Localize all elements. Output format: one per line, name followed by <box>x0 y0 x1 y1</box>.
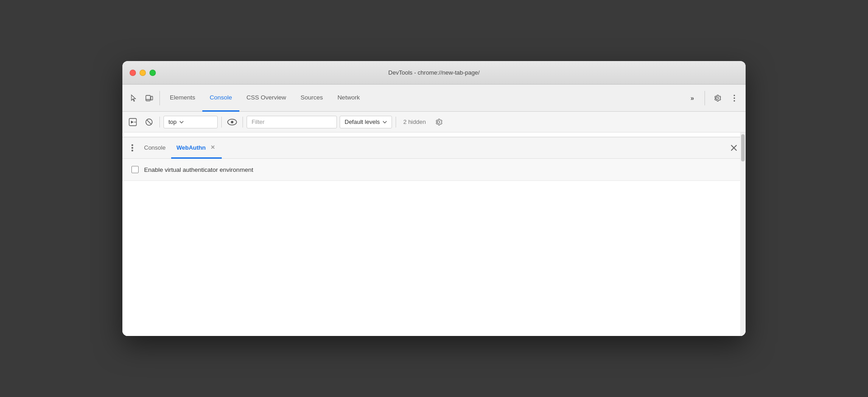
scrollbar-thumb[interactable] <box>741 134 745 161</box>
svg-point-4 <box>734 97 735 99</box>
drawer-tab-console[interactable]: Console <box>139 138 171 159</box>
toolbar-divider-4 <box>396 117 396 128</box>
log-levels-dropdown[interactable]: Default levels <box>340 116 392 128</box>
console-prompt-icon <box>129 118 137 126</box>
show-console-prompt-button[interactable] <box>126 115 140 129</box>
scrollbar-track[interactable] <box>740 132 746 336</box>
svg-rect-1 <box>151 96 153 100</box>
enable-authenticator-checkbox[interactable] <box>131 166 139 173</box>
device-icon <box>145 94 153 102</box>
dropdown-arrow-icon <box>179 121 184 123</box>
tab-css-overview[interactable]: CSS Overview <box>239 85 294 112</box>
eye-icon <box>227 118 237 126</box>
devtools-tabs-bar: Elements Console CSS Overview Sources Ne… <box>122 85 746 112</box>
gear-icon <box>713 94 721 102</box>
levels-dropdown-arrow-icon <box>383 121 387 123</box>
kebab-icon <box>733 94 735 102</box>
svg-line-10 <box>147 120 151 124</box>
hidden-count-label: 2 hidden <box>400 118 429 125</box>
more-tabs-button[interactable]: » <box>685 90 700 106</box>
tabs-right-actions: » <box>685 90 742 106</box>
toolbar-divider-3 <box>243 117 243 128</box>
drawer-tab-webauthn[interactable]: WebAuthn ✕ <box>171 138 222 159</box>
svg-point-3 <box>734 95 735 96</box>
tab-console[interactable]: Console <box>202 85 239 112</box>
tab-elements[interactable]: Elements <box>163 85 202 112</box>
devtools-window: DevTools - chrome://new-tab-page/ Elemen… <box>122 61 746 336</box>
block-icon <box>145 118 153 126</box>
settings-button[interactable] <box>709 90 725 106</box>
tab-network[interactable]: Network <box>330 85 367 112</box>
clear-console-button[interactable] <box>142 115 156 129</box>
dot-2 <box>131 147 133 149</box>
maximize-button[interactable] <box>149 70 156 76</box>
svg-point-12 <box>231 121 233 123</box>
drawer-tabs-bar: Console WebAuthn ✕ <box>122 137 746 159</box>
console-settings-button[interactable] <box>432 116 445 128</box>
console-toolbar: top Default levels 2 hidden <box>122 112 746 132</box>
main-tabs-list: Elements Console CSS Overview Sources Ne… <box>163 85 685 111</box>
context-selector[interactable]: top <box>163 116 218 128</box>
svg-point-5 <box>734 100 735 101</box>
enable-authenticator-label: Enable virtual authenticator environment <box>144 166 253 173</box>
console-gear-icon <box>434 118 443 126</box>
svg-rect-0 <box>146 95 150 101</box>
close-drawer-button[interactable] <box>728 142 740 154</box>
minimize-button[interactable] <box>140 70 146 76</box>
tab-divider <box>159 91 160 105</box>
webauthn-main-area <box>122 181 746 336</box>
window-title: DevTools - chrome://new-tab-page/ <box>388 69 480 76</box>
webauthn-enable-row: Enable virtual authenticator environment <box>122 159 746 181</box>
filter-input[interactable] <box>247 116 337 128</box>
toolbar-divider-2 <box>221 117 222 128</box>
select-element-button[interactable] <box>126 90 141 106</box>
close-button[interactable] <box>130 70 136 76</box>
cursor-icon <box>130 94 138 102</box>
content-area: Console WebAuthn ✕ Enable virtual authen… <box>122 132 746 336</box>
toolbar-divider-1 <box>159 117 160 128</box>
more-options-button[interactable] <box>727 90 742 106</box>
drawer-more-button[interactable] <box>126 142 139 154</box>
title-bar: DevTools - chrome://new-tab-page/ <box>122 61 746 85</box>
svg-marker-7 <box>131 121 134 123</box>
close-icon <box>730 144 737 151</box>
console-empty-area <box>122 132 746 137</box>
dot-3 <box>131 150 133 151</box>
traffic-lights <box>130 70 156 76</box>
device-toolbar-button[interactable] <box>141 90 157 106</box>
live-expression-button[interactable] <box>225 115 239 129</box>
tabs-right-divider <box>705 91 705 105</box>
dot-1 <box>131 144 133 146</box>
tab-sources[interactable]: Sources <box>294 85 331 112</box>
close-webauthn-tab-button[interactable]: ✕ <box>209 144 216 151</box>
